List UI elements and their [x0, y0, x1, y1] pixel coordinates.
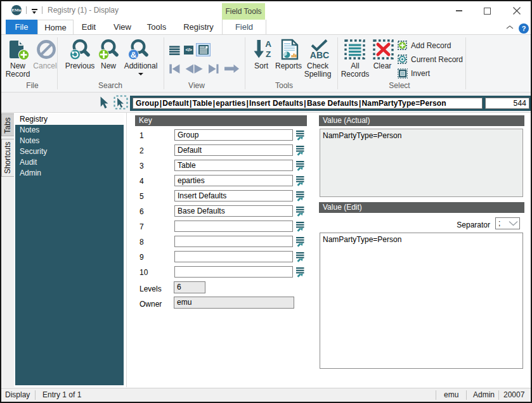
svg-text:A: A	[265, 39, 271, 49]
svg-text:&: &	[131, 50, 137, 60]
svg-text:Z: Z	[266, 49, 271, 59]
svg-text:ABC: ABC	[310, 50, 329, 60]
